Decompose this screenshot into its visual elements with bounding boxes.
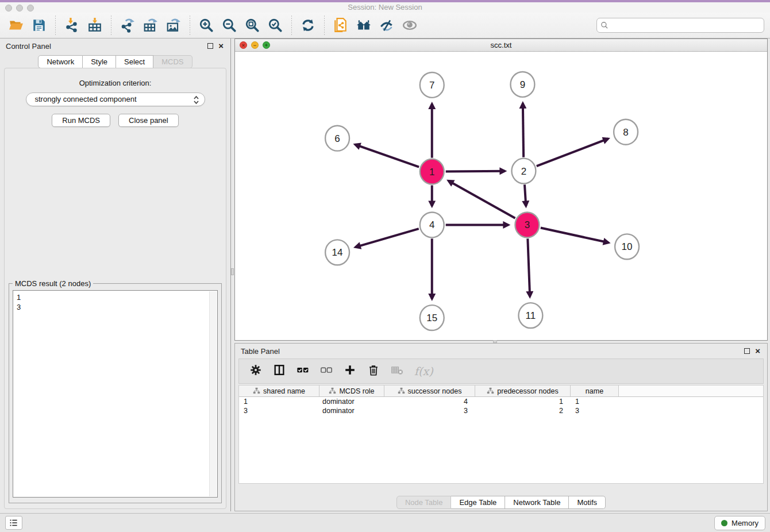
home-icon[interactable] [355,17,372,34]
node-11[interactable]: 11 [518,303,542,328]
tab-network-table[interactable]: Network Table [505,496,569,509]
task-history-button[interactable] [5,516,22,530]
function-builder-icon[interactable]: f(x) [414,365,433,377]
save-session-icon[interactable] [30,17,48,34]
zoom-in-icon[interactable] [198,17,215,34]
close-panel-icon[interactable]: × [218,43,224,49]
open-session-icon[interactable] [7,17,25,34]
delete-table-icon[interactable] [391,364,403,379]
maximize-window-button[interactable] [27,5,34,11]
node-14[interactable]: 14 [325,240,349,265]
table-cell[interactable]: 3 [239,406,319,415]
node-9[interactable]: 9 [510,72,534,97]
edge-3-10[interactable] [541,228,609,243]
import-network-icon[interactable] [63,17,80,34]
tab-motifs[interactable]: Motifs [569,496,606,509]
node-4[interactable]: 4 [420,212,444,237]
edge-4-14[interactable] [356,229,419,247]
table-cell[interactable]: 1 [239,397,319,406]
export-image-icon[interactable] [165,17,182,34]
tab-select[interactable]: Select [116,55,153,68]
table-cell[interactable]: 3 [384,406,475,415]
network-canvas[interactable]: 7968124314101511 [235,52,767,340]
table-settings-icon[interactable] [249,364,262,379]
import-table-icon[interactable] [86,17,103,34]
search-input[interactable] [596,18,764,33]
column-header-name[interactable]: name [571,385,619,396]
edge-1-2[interactable] [446,171,505,172]
table-cell[interactable]: 3 [571,406,619,415]
column-layout-icon[interactable] [273,364,286,379]
hierarchy-icon [329,387,336,395]
table-cell[interactable]: 1 [571,397,619,406]
edge-2-8[interactable] [537,138,609,166]
table-cell[interactable]: dominator [319,406,384,415]
node-3[interactable]: 3 [515,212,539,237]
minimize-view-button[interactable]: − [251,41,259,49]
delete-column-icon[interactable] [367,364,380,379]
minimize-window-button[interactable] [16,5,23,11]
open-network-document-icon[interactable] [332,17,349,34]
export-table-icon[interactable] [142,17,159,34]
column-header-mcds-role[interactable]: MCDS role [319,385,384,396]
tab-edge-table[interactable]: Edge Table [451,496,505,509]
tab-mcds[interactable]: MCDS [153,55,192,68]
table-row[interactable]: 3dominator323 [239,406,763,415]
close-panel-button[interactable]: Close panel [118,114,179,127]
column-header-shared-name[interactable]: shared name [239,385,319,396]
float-panel-icon[interactable] [744,348,750,354]
column-header-successor-nodes[interactable]: successor nodes [384,385,475,396]
edge-3-1[interactable] [448,181,515,218]
node-6[interactable]: 6 [325,126,349,151]
column-header-predecessor-nodes[interactable]: predecessor nodes [475,385,571,396]
export-network-icon[interactable] [119,17,136,34]
edge-1-6[interactable] [355,145,419,167]
node-10[interactable]: 10 [615,234,639,259]
table-row[interactable]: 1dominator411 [239,397,763,406]
table-cell[interactable]: 1 [475,397,571,406]
svg-text:3: 3 [525,219,530,230]
zoom-selected-icon[interactable] [267,17,284,34]
node-1[interactable]: 1 [420,159,444,184]
table-cell[interactable]: 4 [384,397,475,406]
edge-2-9[interactable] [523,103,523,157]
table-cell[interactable]: 2 [475,406,571,415]
run-mcds-button[interactable]: Run MCDS [52,114,110,127]
tab-network[interactable]: Network [38,55,83,68]
node-15[interactable]: 15 [420,305,444,330]
edge-2-3[interactable] [525,184,526,206]
mcds-tab-content: Optimization criterion: strongly connect… [4,68,226,509]
node-2[interactable]: 2 [511,159,536,184]
nodes-layer: 7968124314101511 [325,72,639,330]
hide-view-icon[interactable] [378,17,395,34]
network-graph[interactable]: 7968124314101511 [235,52,767,340]
zoom-out-icon[interactable] [221,17,238,34]
select-all-columns-icon[interactable] [297,364,309,379]
zoom-fit-icon[interactable] [244,17,261,34]
tab-node-table[interactable]: Node Table [396,496,452,509]
selected-option: strongly connected component [35,95,137,103]
table-cell[interactable]: dominator [319,397,384,406]
tab-style[interactable]: Style [83,55,116,68]
optimization-criterion-select[interactable]: strongly connected component [26,92,205,106]
close-view-button[interactable]: × [240,41,247,49]
mcds-result-area[interactable]: 1 3 [13,290,218,498]
memory-button[interactable]: Memory [714,516,765,530]
control-panel-tabs: Network Style Select MCDS [0,55,230,68]
close-panel-icon[interactable]: × [755,348,760,354]
splitter-handle[interactable] [231,268,234,275]
network-window-titlebar[interactable]: × − + scc.txt [235,39,767,52]
refresh-icon[interactable] [299,17,317,34]
float-panel-icon[interactable] [207,43,213,49]
scrollbar-track[interactable] [209,291,217,496]
show-view-icon[interactable] [401,17,418,34]
deselect-all-columns-icon[interactable] [320,364,333,379]
add-column-icon[interactable] [344,364,356,379]
close-window-button[interactable] [5,5,12,11]
table-panel: Table Panel × f(x) [234,343,768,511]
network-view-title: scc.txt [235,39,767,51]
edge-3-11[interactable] [528,238,530,296]
node-8[interactable]: 8 [614,119,638,145]
maximize-view-button[interactable]: + [263,41,270,49]
node-7[interactable]: 7 [420,72,444,98]
